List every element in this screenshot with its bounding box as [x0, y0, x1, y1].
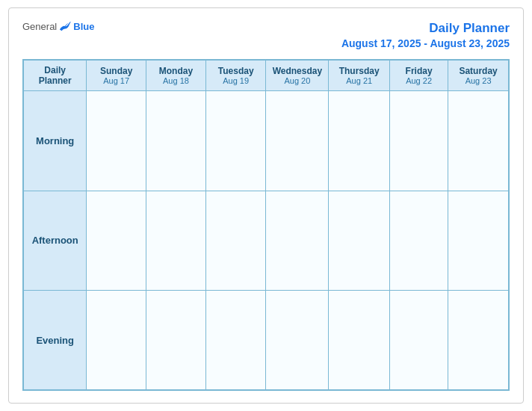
label-column-header: Daily Planner: [23, 60, 87, 91]
logo-bird-icon: [58, 20, 72, 32]
morning-row: Morning: [23, 91, 509, 191]
logo-blue-text: Blue: [73, 21, 94, 32]
logo-text: General Blue: [22, 20, 94, 32]
logo-area: General Blue: [22, 20, 94, 32]
page: General Blue Daily Planner August 17, 20…: [8, 7, 524, 404]
evening-row: Evening: [23, 291, 509, 390]
afternoon-tuesday[interactable]: [205, 191, 265, 290]
afternoon-label: Afternoon: [23, 191, 87, 290]
header: General Blue Daily Planner August 17, 20…: [22, 20, 510, 50]
calendar-table: Daily Planner Sunday Aug 17 Monday Aug 1…: [22, 59, 510, 391]
day-header-4: Thursday Aug 21: [329, 60, 390, 91]
day-header-6: Saturday Aug 23: [448, 60, 509, 91]
morning-friday[interactable]: [390, 91, 448, 191]
morning-label: Morning: [23, 91, 87, 191]
afternoon-monday[interactable]: [146, 191, 205, 290]
label-header-text: Daily Planner: [27, 65, 83, 86]
logo-general-text: General: [22, 21, 57, 32]
morning-wednesday[interactable]: [266, 91, 329, 191]
planner-title: Daily Planner: [429, 21, 510, 35]
evening-tuesday[interactable]: [205, 291, 265, 390]
evening-wednesday[interactable]: [266, 291, 329, 390]
afternoon-row: Afternoon: [23, 191, 509, 290]
morning-monday[interactable]: [146, 91, 205, 191]
morning-saturday[interactable]: [448, 91, 509, 191]
day-header-5: Friday Aug 22: [390, 60, 448, 91]
day-header-1: Monday Aug 18: [146, 60, 205, 91]
morning-sunday[interactable]: [87, 91, 146, 191]
evening-thursday[interactable]: [329, 291, 390, 390]
evening-label: Evening: [23, 291, 87, 390]
day-header-0: Sunday Aug 17: [87, 60, 146, 91]
title-area: Daily Planner August 17, 2025 - August 2…: [341, 20, 510, 50]
evening-monday[interactable]: [146, 291, 205, 390]
evening-friday[interactable]: [390, 291, 448, 390]
afternoon-thursday[interactable]: [329, 191, 390, 290]
morning-thursday[interactable]: [329, 91, 390, 191]
header-row: Daily Planner Sunday Aug 17 Monday Aug 1…: [23, 60, 509, 91]
day-header-3: Wednesday Aug 20: [266, 60, 329, 91]
evening-saturday[interactable]: [448, 291, 509, 390]
afternoon-sunday[interactable]: [87, 191, 146, 290]
date-range: August 17, 2025 - August 23, 2025: [341, 37, 510, 49]
morning-tuesday[interactable]: [205, 91, 265, 191]
evening-sunday[interactable]: [87, 291, 146, 390]
afternoon-wednesday[interactable]: [266, 191, 329, 290]
afternoon-friday[interactable]: [390, 191, 448, 290]
afternoon-saturday[interactable]: [448, 191, 509, 290]
day-header-2: Tuesday Aug 19: [205, 60, 265, 91]
